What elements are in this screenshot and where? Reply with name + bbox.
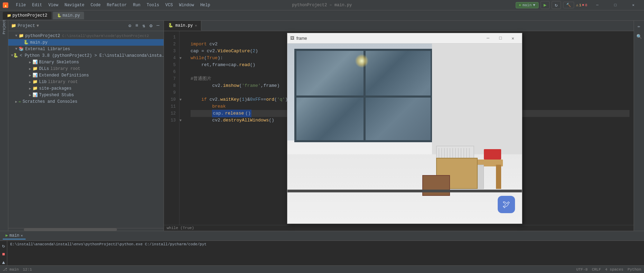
- tree-site-packages[interactable]: ▶ 📁 site-packages: [8, 85, 164, 92]
- frame-titlebar: 🖼 frame ─ □ ✕: [287, 33, 522, 44]
- window-minimize[interactable]: ─: [589, 0, 605, 10]
- panel-actions: ⊙ ≡ ⇅ ⚙ ─: [127, 22, 161, 29]
- run-tab-icon: ▶: [6, 233, 8, 238]
- tree-python38[interactable]: ▼ 🐍 < Python 3.8 (pythonProject2) > E:\i…: [8, 52, 164, 59]
- fn-imshow: imshow: [223, 82, 239, 89]
- window-close[interactable]: ✕: [625, 0, 641, 10]
- gutter-13[interactable]: ▼: [180, 117, 186, 124]
- gutter-10[interactable]: ▼: [180, 96, 186, 103]
- gutter-3: [180, 48, 186, 55]
- tree-extended-defs[interactable]: ▶ 📊 Extended Definitions: [8, 72, 164, 79]
- run-restart-btn[interactable]: ↻: [1, 242, 6, 249]
- frame-close-btn[interactable]: ✕: [507, 34, 519, 43]
- tree-scratches[interactable]: ▶ ✏ Scratches and Consoles: [8, 98, 164, 105]
- menu-code[interactable]: Code: [88, 2, 103, 9]
- py-icon: 🐍: [57, 13, 61, 18]
- lib-arrow: ▶: [28, 80, 33, 84]
- line-num-3: 3: [164, 48, 176, 55]
- collapse-btn[interactable]: ≡: [134, 22, 139, 29]
- title-bar-right: ● main ▼ ▶ ↻ 🔨 ⚠ 1 ✖ 8 ─ □ ✕: [516, 0, 641, 10]
- frame-image: 🕊: [287, 44, 522, 224]
- binary-label: Binary Skeletons: [39, 60, 79, 65]
- run-tab-close[interactable]: ✕: [21, 234, 23, 238]
- fn-read: read: [239, 62, 250, 69]
- str-q: 'q': [277, 96, 285, 103]
- python-icon: 🐍: [13, 53, 18, 58]
- editor-tab-py-icon: 🐍: [168, 23, 173, 28]
- frame-win-buttons: ─ □ ✕: [482, 34, 519, 43]
- typeshed-icon: 📊: [33, 92, 38, 98]
- py-file-icon: 🐍: [24, 40, 29, 45]
- project-tab-main-py[interactable]: 🐍 main.py: [53, 12, 84, 19]
- main-py-tab-label: main.py: [63, 13, 80, 18]
- scratches-icon: ✏: [19, 99, 21, 104]
- gutter-8: [180, 82, 186, 89]
- panel-scrollbar[interactable]: [8, 228, 164, 231]
- refresh-button[interactable]: ↻: [552, 1, 561, 9]
- menu-navigate[interactable]: Navigate: [62, 2, 87, 9]
- project-strip-btn[interactable]: Project: [1, 24, 8, 30]
- locate-btn[interactable]: ⊙: [127, 22, 132, 29]
- panel-folder-icon: 📁: [11, 23, 16, 28]
- window-title: pythonProject2 – main.py: [292, 3, 352, 8]
- tree-typeshed[interactable]: ▶ 📊 Typeshed Stubs: [8, 92, 164, 98]
- window-maximize[interactable]: □: [607, 0, 623, 10]
- run-scroll-up-btn[interactable]: ▲: [1, 259, 6, 265]
- lang-label: Python: [627, 267, 641, 272]
- tree-lib[interactable]: ▶ 📁 Lib library root: [8, 79, 164, 85]
- py38-label: < Python 3.8 (pythonProject2) > E:\insta…: [20, 53, 164, 58]
- menu-refactor[interactable]: Refactor: [104, 2, 130, 9]
- line-num-8: 8: [164, 82, 176, 89]
- fn-ord: ord: [266, 96, 274, 103]
- menu-window[interactable]: Window: [176, 2, 197, 9]
- frame-maximize-btn[interactable]: □: [494, 34, 507, 43]
- site-folder-icon: 📁: [33, 86, 38, 91]
- editor-tab-main-py[interactable]: 🐍 main.py ✕: [164, 21, 201, 31]
- project-folder-icon: 📁: [19, 33, 24, 38]
- warnings-count: 1: [579, 3, 581, 7]
- panel-title-label: Project: [18, 24, 35, 28]
- encoding-label: UTF-8: [576, 267, 588, 272]
- tree-dlls[interactable]: ▶ 📁 DLLs library root: [8, 65, 164, 72]
- build-button[interactable]: 🔨: [563, 2, 574, 8]
- tree-external-libs[interactable]: ▼ 📚 External Libraries: [8, 46, 164, 52]
- rt-btn-1[interactable]: ✏: [635, 22, 643, 30]
- rt-btn-2[interactable]: 🔍: [635, 33, 643, 41]
- red-object: [484, 149, 501, 160]
- project-tab-pythonproject2[interactable]: 📁 pythonProject2: [3, 12, 52, 19]
- panel-close-btn[interactable]: ─: [155, 22, 161, 29]
- line-num-6: 6: [164, 69, 176, 75]
- keyword-if: if: [201, 96, 207, 103]
- fold-icon-4: ▼: [180, 56, 182, 60]
- settings-btn[interactable]: ⚙: [148, 22, 154, 29]
- breadcrumb-bar: while (True): [164, 225, 634, 231]
- editor-tab-close[interactable]: ✕: [195, 24, 197, 28]
- expand-btn[interactable]: ⇅: [141, 22, 147, 29]
- run-button[interactable]: ▶: [541, 1, 550, 9]
- bottom-panel: ▶ main ✕ ↻ ■ ▲ ▼ ⚙ E:\install\anaconda\i…: [0, 231, 644, 265]
- menu-run[interactable]: Run: [130, 2, 143, 9]
- tree-root[interactable]: ▼ 📁 pythonProject2 C:\install\pycharm\co…: [8, 33, 164, 39]
- tree-main-py[interactable]: 🐍 main.py: [8, 39, 164, 46]
- line-col: 12:1: [23, 267, 32, 272]
- frame-minimize-btn[interactable]: ─: [482, 34, 494, 43]
- run-stop-btn[interactable]: ■: [1, 251, 6, 258]
- run-config-dropdown[interactable]: ● main ▼: [516, 2, 539, 8]
- keyword-while: while: [191, 55, 204, 62]
- lib-label: Lib: [39, 80, 47, 84]
- folder-icon: 📁: [7, 13, 11, 18]
- menu-edit[interactable]: Edit: [29, 2, 45, 9]
- gutter-4[interactable]: ▼: [180, 55, 186, 62]
- ext-libs-arrow: ▼: [14, 47, 19, 51]
- menu-vcs[interactable]: VCS: [163, 2, 176, 9]
- menu-tools[interactable]: Tools: [144, 2, 162, 9]
- tree-binary-skeletons[interactable]: ▶ 📊 Binary Skeletons: [8, 59, 164, 65]
- panel-header: 📁 Project ▼ ⊙ ≡ ⇅ ⚙ ─: [8, 21, 164, 31]
- menu-file[interactable]: File: [13, 2, 29, 9]
- keyword-import: import: [191, 41, 207, 48]
- run-tab-main[interactable]: ▶ main ✕: [3, 232, 26, 239]
- menu-view[interactable]: View: [46, 2, 61, 9]
- ext-defs-label: Extended Definitions: [39, 73, 89, 78]
- line-numbers: 1 2 3 4 5 6 7 8 9 10 11 12 13: [164, 31, 180, 225]
- menu-help[interactable]: Help: [197, 2, 213, 9]
